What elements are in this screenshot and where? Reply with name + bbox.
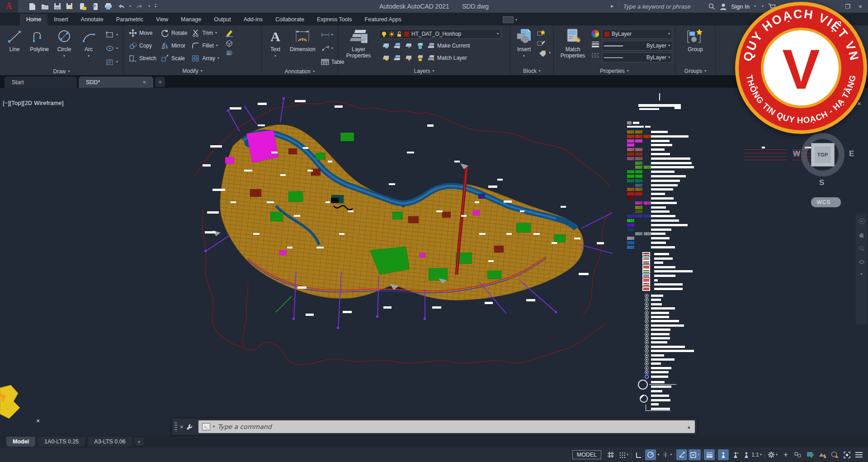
undo-dropdown-caret[interactable]: ▾ [129, 5, 131, 8]
viewcube-top-face[interactable]: TOP [811, 143, 835, 167]
insert-caret[interactable]: ▾ [523, 54, 525, 58]
search-icon[interactable] [708, 3, 715, 10]
annotation-visibility-toggle[interactable] [718, 449, 729, 460]
redo-dropdown-caret[interactable]: ▾ [148, 5, 150, 8]
ribbon-tab-manage[interactable]: Manage [175, 14, 208, 25]
drawing-close-icon[interactable]: × [857, 100, 861, 107]
panel-footer-layers[interactable]: Layers▾ [338, 67, 510, 75]
new-file-icon[interactable] [28, 2, 36, 10]
panel-footer-groups[interactable]: Groups▾ [675, 67, 715, 75]
command-input[interactable] [217, 423, 684, 430]
rectangle-caret[interactable]: ▾ [116, 33, 118, 37]
arc-button[interactable]: Arc ▾ [77, 27, 100, 59]
circle-dropdown-caret[interactable]: ▾ [63, 54, 65, 58]
linetype-caret[interactable]: ▾ [668, 56, 670, 59]
ortho-toggle[interactable] [633, 449, 644, 460]
edit-attributes-button[interactable]: ▾ [537, 49, 552, 57]
lineweight-toggle[interactable] [704, 449, 715, 460]
layer-dropdown-caret[interactable]: ▾ [497, 32, 499, 36]
scale-button[interactable]: Scale [159, 52, 189, 64]
toolbar-overflow-caret[interactable]: ▾ [762, 5, 764, 8]
array-button[interactable]: Array ▾ [190, 52, 221, 64]
command-input-field[interactable]: >_ ▾ ▲ [198, 420, 695, 433]
new-layout-button[interactable]: + [135, 438, 144, 446]
isodraft-toggle[interactable]: ▾ [660, 449, 673, 460]
copy-button[interactable]: Copy [127, 40, 158, 52]
ribbon-tab-featured-apps[interactable]: Featured Apps [359, 14, 408, 25]
close-window-button[interactable]: × [856, 3, 864, 10]
model-space-button[interactable]: MODEL [572, 450, 601, 459]
pan-hand-icon[interactable] [859, 232, 865, 238]
offset-icon[interactable] [225, 49, 233, 57]
linetype-dropdown[interactable]: ByLayer ▾ [602, 52, 672, 62]
site-plan-drawing[interactable] [190, 97, 615, 373]
zoom-icon[interactable] [859, 245, 865, 252]
edit-attributes-caret[interactable]: ▾ [549, 51, 551, 55]
viewport-controls-label[interactable]: [−][Top][2D Wireframe] [3, 100, 64, 106]
grid-toggle[interactable] [605, 449, 616, 460]
group-button[interactable]: Group [684, 27, 707, 54]
object-snap-toggle[interactable]: ▾ [689, 449, 701, 460]
panel-footer-draw[interactable]: Draw▾ [0, 68, 123, 75]
isolate-objects-button[interactable] [793, 449, 803, 460]
layer-off-icon[interactable] [381, 42, 389, 50]
orbit-icon[interactable] [859, 259, 865, 265]
text-caret[interactable]: ▾ [274, 54, 276, 58]
hardware-acceleration-badge[interactable] [805, 449, 816, 460]
command-close-icon[interactable]: × [180, 424, 184, 430]
hatch-button[interactable]: ▾ [104, 56, 120, 68]
create-block-icon[interactable] [537, 29, 545, 37]
polyline-button[interactable]: Polyline [27, 27, 52, 54]
viewcube-south[interactable]: S [819, 178, 824, 187]
clean-screen-plus[interactable]: + [780, 449, 791, 460]
ribbon-tab-view[interactable]: View [150, 14, 175, 25]
ribbon-tab-home[interactable]: Home [20, 14, 47, 25]
layout-tab-1[interactable]: 1A0-LTS 0.25 [38, 437, 85, 447]
match-properties-button[interactable]: Match Properties [557, 27, 589, 60]
ellipse-button[interactable]: ▾ [104, 43, 120, 54]
panel-footer-modify[interactable]: Modify▾ [123, 67, 261, 75]
object-snap-caret[interactable]: ▾ [698, 453, 699, 457]
insert-button[interactable]: Insert ▾ [512, 27, 536, 59]
navigation-bar[interactable]: ▾ [856, 214, 867, 324]
qat-customize-caret[interactable]: ▾ [155, 4, 156, 9]
recent-commands-caret[interactable]: ▾ [213, 425, 215, 429]
layer-on-icon[interactable] [381, 54, 389, 62]
customization-caret[interactable]: ▾ [776, 453, 778, 457]
leader-caret[interactable]: ▾ [331, 47, 333, 50]
layer-unlock-tool-icon[interactable] [415, 54, 423, 62]
rotate-button[interactable]: Rotate [159, 27, 189, 39]
array-caret[interactable]: ▾ [217, 57, 219, 60]
save-icon[interactable] [53, 2, 61, 10]
command-palette-grip[interactable]: × [172, 419, 198, 435]
panel-footer-properties[interactable]: Properties▾ [554, 67, 675, 75]
rectangle-button[interactable]: ▾ [104, 29, 120, 41]
trim-caret[interactable]: ▾ [215, 31, 217, 35]
command-palette[interactable]: × >_ ▾ ▲ [172, 418, 697, 435]
annotation-scale-caret[interactable]: ▾ [760, 453, 762, 457]
linear-dimension-caret[interactable]: ▾ [331, 33, 333, 37]
sign-in-button[interactable]: Sign In [731, 3, 750, 10]
command-history-caret[interactable]: ▲ [687, 424, 691, 429]
drawing-canvas[interactable]: [−][Top][2D Wireframe] × [0, 88, 868, 436]
layer-properties-button[interactable]: Layer Properties [341, 27, 376, 60]
viewcube-east[interactable]: E [849, 149, 854, 158]
layer-dropdown[interactable]: HT_DAT_O_Honhop ▾ [379, 29, 501, 39]
object-color-caret[interactable]: ▾ [668, 32, 670, 36]
open-folder-icon[interactable] [41, 2, 49, 10]
navbar-caret[interactable]: ▾ [860, 272, 862, 276]
graphics-performance-badge[interactable] [817, 449, 828, 460]
text-button[interactable]: A Text ▾ [264, 27, 287, 59]
annotation-scale-button[interactable]: 1:1▾ [742, 449, 763, 460]
isodraft-caret[interactable]: ▾ [670, 453, 672, 457]
edit-block-icon[interactable] [537, 39, 545, 47]
trim-button[interactable]: Trim ▾ [190, 27, 221, 39]
hatch-caret[interactable]: ▾ [116, 60, 118, 64]
layer-isolate-icon[interactable] [392, 42, 400, 50]
ribbon-tab-annotate[interactable]: Annotate [75, 14, 110, 25]
stretch-button[interactable]: Stretch [127, 52, 158, 64]
steering-wheel-icon[interactable] [859, 218, 865, 224]
ribbon-tab-output[interactable]: Output [208, 14, 237, 25]
customization-button[interactable]: ▾ [766, 449, 779, 460]
ribbon-tab-collaborate[interactable]: Collaborate [269, 14, 311, 25]
